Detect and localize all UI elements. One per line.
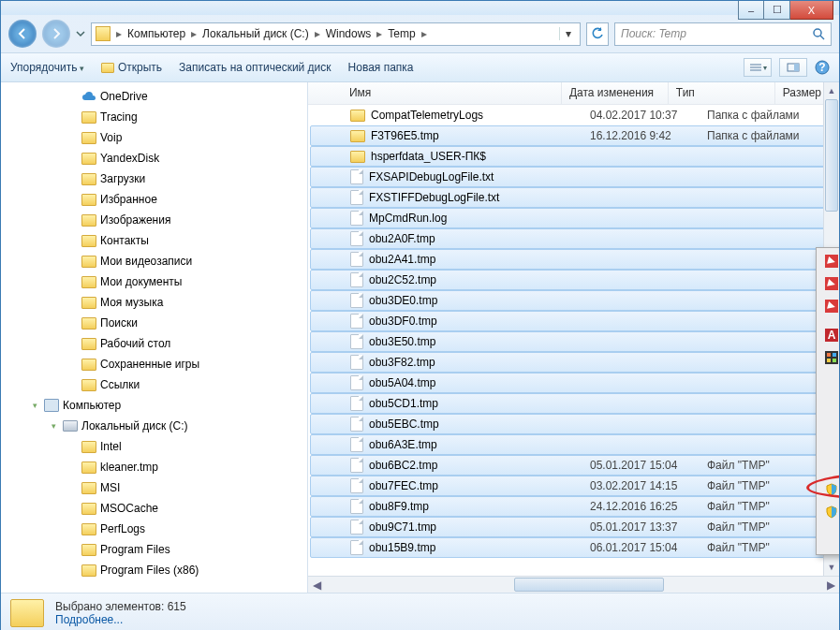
history-dropdown-icon[interactable] xyxy=(76,29,85,38)
tree-item[interactable]: ▾Компьютер xyxy=(10,395,307,416)
breadcrumb-item[interactable]: Temp xyxy=(384,27,419,40)
file-row[interactable]: FXSTIFFDebugLogFile.txt xyxy=(310,187,837,208)
burn-button[interactable]: Записать на оптический диск xyxy=(179,61,332,74)
scroll-left-icon[interactable]: ◀ xyxy=(308,579,325,592)
breadcrumb-item[interactable]: Локальный диск (C:) xyxy=(199,27,313,40)
maximize-button[interactable]: ☐ xyxy=(764,1,790,20)
address-bar[interactable]: ▸ Компьютер ▸ Локальный диск (C:) ▸ Wind… xyxy=(91,22,581,46)
menu-item[interactable]: Создать ярлык xyxy=(818,456,839,478)
file-row[interactable]: FXSAPIDebugLogFile.txt xyxy=(310,167,837,187)
file-row[interactable]: obu2A0F.tmp xyxy=(310,228,837,249)
file-row[interactable]: obu3F82.tmp xyxy=(310,352,837,373)
tree-item[interactable]: Сохраненные игры xyxy=(10,354,307,374)
file-row[interactable]: obu2A41.tmp xyxy=(310,249,837,270)
menu-item[interactable]: Удалить xyxy=(818,478,839,501)
file-row[interactable]: obu2C52.tmp xyxy=(310,270,837,290)
organize-button[interactable]: Упорядочить xyxy=(10,61,84,74)
tree-item[interactable]: Intel xyxy=(10,436,307,457)
tree-item[interactable]: Загрузки xyxy=(10,168,307,189)
tree-item[interactable]: kleaner.tmp xyxy=(10,457,307,477)
file-row[interactable]: obu5EBC.tmp xyxy=(310,414,837,434)
file-row[interactable]: obu7FEC.tmp03.02.2017 14:15Файл "TMP" xyxy=(310,476,837,496)
tree-item[interactable]: Моя музыка xyxy=(10,292,307,313)
search-input[interactable]: Поиск: Temp xyxy=(614,22,832,46)
scroll-up-icon[interactable]: ▲ xyxy=(824,82,839,99)
address-dropdown-icon[interactable]: ▾ xyxy=(559,27,576,40)
menu-item[interactable]: Проверить на вирусы xyxy=(818,250,839,272)
crumb-sep-icon[interactable]: ▸ xyxy=(420,27,429,40)
col-name[interactable]: Имя xyxy=(342,82,562,104)
file-row[interactable]: obu15B9.tmp06.01.2017 15:04Файл "TMP"6 xyxy=(310,537,837,558)
menu-item[interactable]: Переименовать xyxy=(818,501,839,523)
file-row[interactable]: obu6A3E.tmp xyxy=(310,434,837,455)
file-name: obu3E50.tmp xyxy=(369,335,435,348)
file-type: Файл "TMP" xyxy=(701,520,818,534)
tree-item[interactable]: Изображения xyxy=(10,210,307,230)
tree-item[interactable]: Tracing xyxy=(10,107,307,127)
menu-item[interactable]: WinArc▶ xyxy=(818,346,839,369)
file-row[interactable]: obu3E50.tmp6 xyxy=(310,331,837,352)
tree-item[interactable]: Рабочий стол xyxy=(10,333,307,354)
close-button[interactable]: X xyxy=(790,1,833,20)
help-icon[interactable]: ? xyxy=(815,60,830,75)
tree-item[interactable]: PerfLogs xyxy=(10,519,307,539)
file-row[interactable]: obu9C71.tmp05.01.2017 13:37Файл "TMP" xyxy=(310,517,837,537)
file-row[interactable]: F3T96E5.tmp16.12.2016 9:42Папка с файлам… xyxy=(310,125,837,146)
file-row[interactable]: obu3DF0.tmp xyxy=(310,311,837,331)
tree-item[interactable]: YandexDisk xyxy=(10,148,307,168)
file-row[interactable]: hsperfdata_USER-ПК$ xyxy=(310,146,837,167)
file-row[interactable]: obu3DE0.tmp xyxy=(310,290,837,311)
back-button[interactable] xyxy=(8,20,37,48)
tree-item[interactable]: Мои видеозаписи xyxy=(10,251,307,271)
preview-pane-button[interactable] xyxy=(779,58,807,77)
tree-item[interactable]: Мои документы xyxy=(10,271,307,292)
col-type[interactable]: Тип xyxy=(669,82,775,104)
breadcrumb-item[interactable]: Windows xyxy=(322,27,376,40)
scroll-down-icon[interactable]: ▼ xyxy=(824,559,839,576)
expand-icon[interactable]: ▾ xyxy=(29,401,40,410)
breadcrumb-item[interactable]: Компьютер xyxy=(124,27,189,40)
tree-item[interactable]: Program Files (x86) xyxy=(10,560,307,580)
tree-item[interactable]: Voip xyxy=(10,127,307,148)
menu-item[interactable]: Свойства xyxy=(818,530,839,552)
menu-item[interactable]: Копировать xyxy=(818,427,839,449)
menu-item[interactable]: APDF Architect 4▶ xyxy=(818,324,839,346)
tree-sidebar[interactable]: OneDriveTracingVoipYandexDiskЗагрузкиИзб… xyxy=(1,82,308,593)
menu-item[interactable]: Вырезать xyxy=(818,404,839,427)
folder-icon xyxy=(81,462,96,474)
tree-item[interactable]: Контакты xyxy=(10,230,307,251)
expand-icon[interactable]: ▾ xyxy=(48,421,59,431)
file-row[interactable]: obu6BC2.tmp05.01.2017 15:04Файл "TMP" xyxy=(310,455,837,476)
menu-item[interactable]: Отправить▶ xyxy=(818,375,839,398)
crumb-sep-icon[interactable]: ▸ xyxy=(375,27,384,40)
minimize-button[interactable]: – xyxy=(738,1,764,20)
crumb-sep-icon[interactable]: ▸ xyxy=(313,27,322,40)
hscroll-thumb[interactable] xyxy=(514,578,664,592)
status-details-link[interactable]: Подробнее... xyxy=(55,613,123,626)
file-row[interactable]: MpCmdRun.log xyxy=(310,208,837,228)
tree-item[interactable]: OneDrive xyxy=(10,86,307,107)
open-button[interactable]: Открыть xyxy=(101,61,162,74)
titlebar[interactable]: – ☐ X xyxy=(1,1,839,15)
horizontal-scrollbar[interactable]: ◀ ▶ xyxy=(308,576,839,593)
col-date[interactable]: Дата изменения xyxy=(562,82,669,104)
tree-item[interactable]: MSI xyxy=(10,477,307,498)
crumb-sep-icon[interactable]: ▸ xyxy=(189,27,199,40)
view-mode-button[interactable]: ▾ xyxy=(744,58,772,77)
crumb-sep-icon[interactable]: ▸ xyxy=(114,27,124,40)
tree-item[interactable]: Program Files xyxy=(10,539,307,560)
file-row[interactable]: obu5A04.tmp xyxy=(310,373,837,393)
tree-item[interactable]: Избранное xyxy=(10,189,307,210)
forward-button[interactable] xyxy=(42,20,70,48)
tree-item[interactable]: ▾Локальный диск (C:) xyxy=(10,416,307,436)
file-row[interactable]: obu8F9.tmp24.12.2016 16:25Файл "TMP" xyxy=(310,496,837,517)
tree-item[interactable]: Поиски xyxy=(10,313,307,333)
file-row[interactable]: CompatTelemetryLogs04.02.2017 10:37Папка… xyxy=(308,105,839,125)
new-folder-button[interactable]: Новая папка xyxy=(348,61,414,74)
refresh-button[interactable] xyxy=(586,22,609,46)
tree-item[interactable]: MSOCache xyxy=(10,498,307,519)
tree-item[interactable]: Ссылки xyxy=(10,374,307,395)
scroll-thumb[interactable] xyxy=(825,99,838,212)
scroll-right-icon[interactable]: ▶ xyxy=(822,579,839,592)
file-row[interactable]: obu5CD1.tmp6 xyxy=(310,393,837,414)
